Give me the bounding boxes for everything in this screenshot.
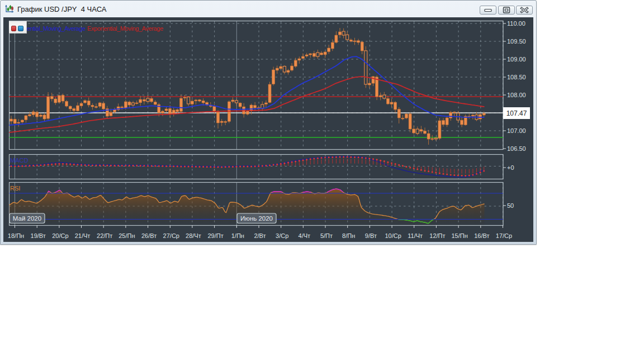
svg-text:28/Чт: 28/Чт (186, 232, 201, 239)
svg-text:11/Чт: 11/Чт (408, 232, 423, 239)
svg-text:4/Чт: 4/Чт (299, 232, 311, 239)
svg-text:1/Пн: 1/Пн (231, 232, 244, 239)
svg-text:+0: +0 (507, 164, 514, 171)
svg-text:16/Вт: 16/Вт (474, 232, 489, 239)
svg-text:22/Пт: 22/Пт (97, 232, 112, 239)
svg-text:29/Пт: 29/Пт (207, 232, 223, 239)
svg-text:10/Ср: 10/Ср (385, 232, 401, 239)
svg-text:Exponential_Moving_Average: Exponential_Moving_Average (87, 25, 163, 32)
svg-text:MACD: MACD (10, 157, 28, 164)
svg-text:20/Ср: 20/Ср (52, 232, 68, 239)
svg-text:15/Пн: 15/Пн (451, 232, 467, 239)
svg-text:107.47: 107.47 (506, 109, 527, 117)
svg-text:Июнь 2020: Июнь 2020 (240, 215, 273, 222)
svg-text:18/Пн: 18/Пн (8, 232, 24, 239)
svg-text:12/Пт: 12/Пт (429, 232, 445, 239)
svg-text:108.50: 108.50 (507, 74, 526, 80)
svg-text:3/Ср: 3/Ср (276, 232, 288, 239)
svg-text:17/Ср: 17/Ср (496, 232, 512, 239)
svg-text:25/Пн: 25/Пн (119, 232, 135, 239)
svg-text:106.50: 106.50 (507, 145, 526, 152)
svg-text:ential_Moving_Average: ential_Moving_Average (27, 25, 86, 32)
svg-text:5/Пт: 5/Пт (320, 232, 333, 239)
svg-text:109.50: 109.50 (507, 38, 526, 45)
svg-text:Май 2020: Май 2020 (13, 215, 41, 222)
svg-text:19/Вт: 19/Вт (31, 232, 46, 239)
svg-text:21/Чт: 21/Чт (75, 232, 91, 239)
svg-text:8/Пн: 8/Пн (342, 232, 355, 239)
svg-text:27/Ср: 27/Ср (163, 232, 179, 239)
svg-text:2/Вт: 2/Вт (254, 232, 266, 239)
svg-text:107.00: 107.00 (507, 127, 526, 134)
svg-text:RSI: RSI (10, 185, 20, 192)
svg-text:9/Вт: 9/Вт (365, 232, 377, 239)
svg-text:108.00: 108.00 (507, 92, 526, 98)
svg-text:110.00: 110.00 (507, 20, 525, 27)
svg-text:26/Вт: 26/Вт (141, 232, 157, 239)
svg-text:109.00: 109.00 (507, 56, 526, 63)
svg-text:50: 50 (507, 202, 514, 209)
